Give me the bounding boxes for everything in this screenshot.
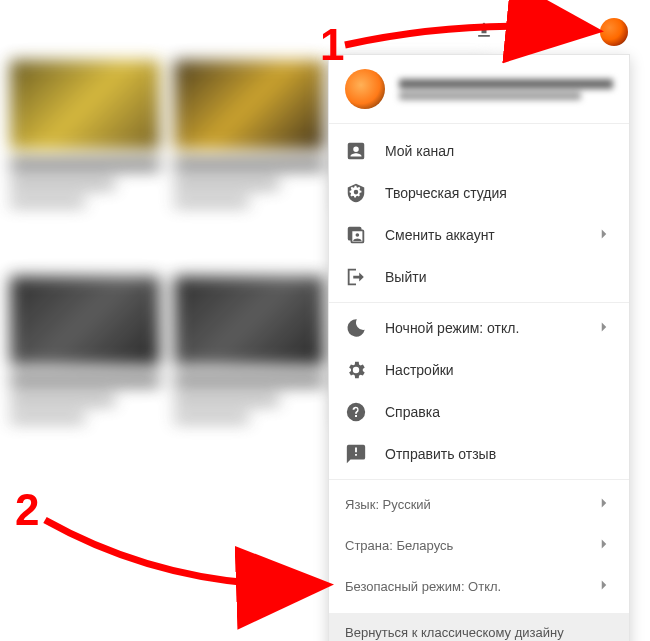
feedback-icon (345, 443, 367, 465)
menu-my-channel[interactable]: Мой канал (329, 130, 629, 172)
moon-icon (345, 317, 367, 339)
annotation-arrow-2 (45, 520, 320, 585)
menu-label: Выйти (385, 269, 426, 285)
annotation-number-2: 2 (15, 485, 39, 534)
chevron-right-icon (595, 318, 613, 339)
gear-badge-icon (345, 182, 367, 204)
chevron-right-icon (595, 494, 613, 515)
header-icons (474, 18, 628, 46)
gear-icon (345, 359, 367, 381)
avatar-button[interactable] (600, 18, 628, 46)
menu-label: Справка (385, 404, 440, 420)
menu-label: Сменить аккаунт (385, 227, 495, 243)
account-info-blurred (399, 76, 613, 103)
chevron-right-icon (595, 576, 613, 597)
bell-icon[interactable] (558, 20, 578, 44)
help-icon (345, 401, 367, 423)
account-menu: Мой канал Творческая студия Сменить акка… (328, 54, 630, 641)
separator (329, 302, 629, 303)
menu-label: Мой канал (385, 143, 454, 159)
menu-label: Настройки (385, 362, 454, 378)
chevron-right-icon (595, 225, 613, 246)
menu-label: Вернуться к классическому дизайну (345, 625, 564, 640)
account-avatar (345, 69, 385, 109)
menu-location[interactable]: Страна: Беларусь (329, 525, 629, 566)
menu-language[interactable]: Язык: Русский (329, 484, 629, 525)
exit-icon (345, 266, 367, 288)
menu-switch-account[interactable]: Сменить аккаунт (329, 214, 629, 256)
menu-classic-design[interactable]: Вернуться к классическому дизайну (329, 613, 629, 641)
menu-sign-out[interactable]: Выйти (329, 256, 629, 298)
menu-label: Отправить отзыв (385, 446, 496, 462)
separator (329, 479, 629, 480)
chevron-right-icon (595, 535, 613, 556)
menu-restricted-mode[interactable]: Безопасный режим: Откл. (329, 566, 629, 607)
account-box-icon (345, 140, 367, 162)
menu-settings[interactable]: Настройки (329, 349, 629, 391)
upload-icon[interactable] (474, 20, 494, 44)
menu-label: Язык: Русский (345, 497, 431, 512)
account-header[interactable] (329, 55, 629, 124)
people-icon (345, 224, 367, 246)
menu-help[interactable]: Справка (329, 391, 629, 433)
menu-feedback[interactable]: Отправить отзыв (329, 433, 629, 475)
menu-label: Творческая студия (385, 185, 507, 201)
menu-dark-theme[interactable]: Ночной режим: откл. (329, 307, 629, 349)
menu-label: Ночной режим: откл. (385, 320, 519, 336)
menu-studio[interactable]: Творческая студия (329, 172, 629, 214)
apps-icon[interactable] (516, 20, 536, 44)
menu-label: Страна: Беларусь (345, 538, 453, 553)
menu-label: Безопасный режим: Откл. (345, 579, 501, 594)
